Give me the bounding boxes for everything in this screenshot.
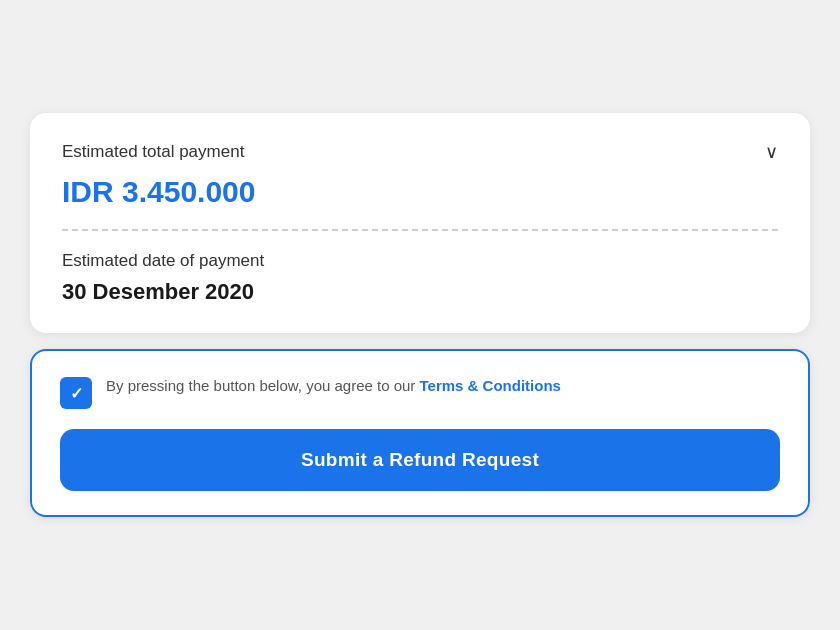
upper-card: Estimated total payment ∨ IDR 3.450.000 … [30,113,810,333]
estimated-total-payment-label: Estimated total payment [62,142,244,162]
checkmark-icon: ✓ [70,384,83,403]
submit-refund-button[interactable]: Submit a Refund Request [60,429,780,491]
terms-row: ✓ By pressing the button below, you agre… [60,375,780,409]
payment-header: Estimated total payment ∨ [62,141,778,163]
page-container: Estimated total payment ∨ IDR 3.450.000 … [0,0,840,630]
payment-amount-value: IDR 3.450.000 [62,175,778,209]
terms-and-conditions-link[interactable]: Terms & Conditions [420,377,561,394]
terms-checkbox[interactable]: ✓ [60,377,92,409]
terms-text-before: By pressing the button below, you agree … [106,377,420,394]
payment-date-value: 30 Desember 2020 [62,279,778,305]
chevron-down-icon[interactable]: ∨ [765,141,778,163]
divider [62,229,778,231]
payment-date-label: Estimated date of payment [62,251,778,271]
lower-card: ✓ By pressing the button below, you agre… [30,349,810,517]
terms-text: By pressing the button below, you agree … [106,375,561,398]
